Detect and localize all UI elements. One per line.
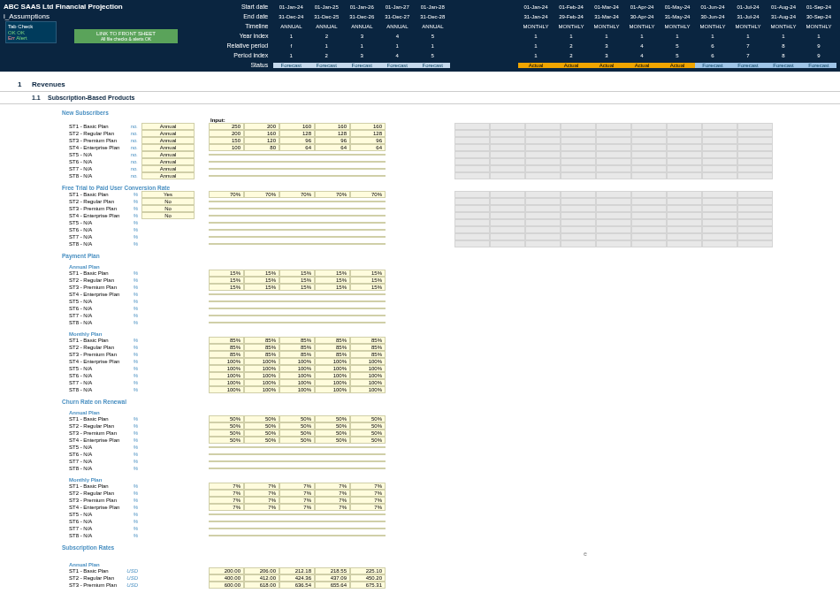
- month-empty-cell[interactable]: [454, 130, 490, 137]
- data-cell[interactable]: [244, 513, 279, 515]
- data-cell[interactable]: [244, 175, 279, 177]
- month-empty-cell[interactable]: [737, 130, 773, 137]
- data-cell[interactable]: 85%: [350, 337, 386, 344]
- data-cell[interactable]: [209, 528, 244, 529]
- data-cell[interactable]: [244, 293, 279, 295]
- month-empty-cell[interactable]: [702, 191, 737, 198]
- month-empty-cell[interactable]: [667, 158, 702, 165]
- data-cell[interactable]: 618.00: [244, 582, 279, 589]
- month-empty-cell[interactable]: [702, 205, 737, 212]
- data-cell[interactable]: [279, 208, 315, 209]
- data-cell[interactable]: 100%: [244, 372, 279, 379]
- data-cell[interactable]: 50%: [244, 437, 279, 444]
- data-cell[interactable]: [315, 513, 350, 515]
- data-cell[interactable]: [279, 322, 315, 323]
- data-cell[interactable]: 15%: [244, 284, 279, 291]
- month-empty-cell[interactable]: [737, 191, 773, 198]
- month-empty-cell[interactable]: [631, 172, 667, 179]
- month-empty-cell[interactable]: [525, 123, 561, 130]
- data-cell[interactable]: 96: [279, 137, 315, 144]
- month-empty-cell[interactable]: [702, 233, 737, 240]
- month-empty-cell[interactable]: [702, 130, 737, 137]
- month-empty-cell[interactable]: [490, 233, 525, 240]
- freq-cell[interactable]: Annual: [141, 144, 195, 151]
- month-empty-cell[interactable]: [454, 137, 490, 144]
- month-empty-cell[interactable]: [561, 219, 596, 226]
- data-cell[interactable]: [209, 308, 244, 309]
- data-cell[interactable]: [279, 236, 315, 238]
- month-empty-cell[interactable]: [737, 172, 773, 179]
- data-cell[interactable]: 50%: [209, 437, 244, 444]
- month-empty-cell[interactable]: [631, 198, 667, 205]
- data-cell[interactable]: [350, 168, 386, 170]
- month-empty-cell[interactable]: [525, 151, 561, 158]
- freq-cell[interactable]: Annual: [141, 123, 195, 130]
- data-cell[interactable]: [209, 236, 244, 238]
- data-cell[interactable]: 7%: [350, 497, 386, 504]
- month-empty-cell[interactable]: [454, 123, 490, 130]
- data-cell[interactable]: 50%: [350, 422, 386, 430]
- data-cell[interactable]: [350, 468, 386, 469]
- data-cell[interactable]: 70%: [244, 191, 279, 198]
- link-front-sheet-button[interactable]: LINK TO FRONT SHEET All file checks & al…: [74, 29, 179, 43]
- month-empty-cell[interactable]: [490, 130, 525, 137]
- month-empty-cell[interactable]: [596, 165, 631, 172]
- data-cell[interactable]: [315, 222, 350, 224]
- data-cell[interactable]: 15%: [279, 270, 315, 277]
- data-cell[interactable]: [244, 222, 279, 224]
- month-empty-cell[interactable]: [631, 205, 667, 212]
- month-empty-cell[interactable]: [631, 233, 667, 240]
- month-empty-cell[interactable]: [561, 130, 596, 137]
- data-cell[interactable]: 100%: [244, 386, 279, 393]
- month-empty-cell[interactable]: [525, 212, 561, 219]
- data-cell[interactable]: [315, 161, 350, 163]
- month-empty-cell[interactable]: [490, 219, 525, 226]
- data-cell[interactable]: 70%: [350, 191, 386, 198]
- month-empty-cell[interactable]: [490, 144, 525, 151]
- month-empty-cell[interactable]: [490, 205, 525, 212]
- freq-cell[interactable]: No: [141, 212, 195, 219]
- data-cell[interactable]: 225.10: [350, 567, 386, 574]
- month-empty-cell[interactable]: [561, 212, 596, 219]
- month-empty-cell[interactable]: [561, 240, 596, 247]
- month-empty-cell[interactable]: [561, 172, 596, 179]
- data-cell[interactable]: 50%: [315, 415, 350, 422]
- data-cell[interactable]: 85%: [315, 337, 350, 344]
- data-cell[interactable]: 15%: [209, 284, 244, 291]
- data-cell[interactable]: 50%: [209, 430, 244, 437]
- month-empty-cell[interactable]: [667, 165, 702, 172]
- data-cell[interactable]: [209, 201, 244, 202]
- month-empty-cell[interactable]: [561, 158, 596, 165]
- month-empty-cell[interactable]: [631, 158, 667, 165]
- data-cell[interactable]: [279, 460, 315, 462]
- data-cell[interactable]: [279, 528, 315, 529]
- data-cell[interactable]: [350, 215, 386, 217]
- data-cell[interactable]: [350, 528, 386, 529]
- data-cell[interactable]: [350, 322, 386, 323]
- data-cell[interactable]: 15%: [244, 277, 279, 284]
- data-cell[interactable]: 7%: [209, 504, 244, 511]
- month-empty-cell[interactable]: [490, 226, 525, 233]
- data-cell[interactable]: [350, 208, 386, 209]
- month-empty-cell[interactable]: [490, 212, 525, 219]
- month-empty-cell[interactable]: [631, 137, 667, 144]
- data-cell[interactable]: [350, 201, 386, 202]
- month-empty-cell[interactable]: [737, 219, 773, 226]
- data-cell[interactable]: [350, 315, 386, 316]
- data-cell[interactable]: [315, 521, 350, 522]
- month-empty-cell[interactable]: [490, 158, 525, 165]
- month-empty-cell[interactable]: [631, 240, 667, 247]
- data-cell[interactable]: 7%: [279, 483, 315, 490]
- data-cell[interactable]: [315, 236, 350, 238]
- data-cell[interactable]: 100%: [244, 365, 279, 372]
- data-cell[interactable]: 50%: [209, 415, 244, 422]
- month-empty-cell[interactable]: [596, 191, 631, 198]
- data-cell[interactable]: [315, 300, 350, 302]
- data-cell[interactable]: 85%: [209, 344, 244, 351]
- month-empty-cell[interactable]: [737, 144, 773, 151]
- data-cell[interactable]: [315, 315, 350, 316]
- freq-cell[interactable]: Yes: [141, 191, 195, 198]
- data-cell[interactable]: 206.00: [244, 567, 279, 574]
- data-cell[interactable]: 160: [350, 123, 386, 130]
- month-empty-cell[interactable]: [454, 144, 490, 151]
